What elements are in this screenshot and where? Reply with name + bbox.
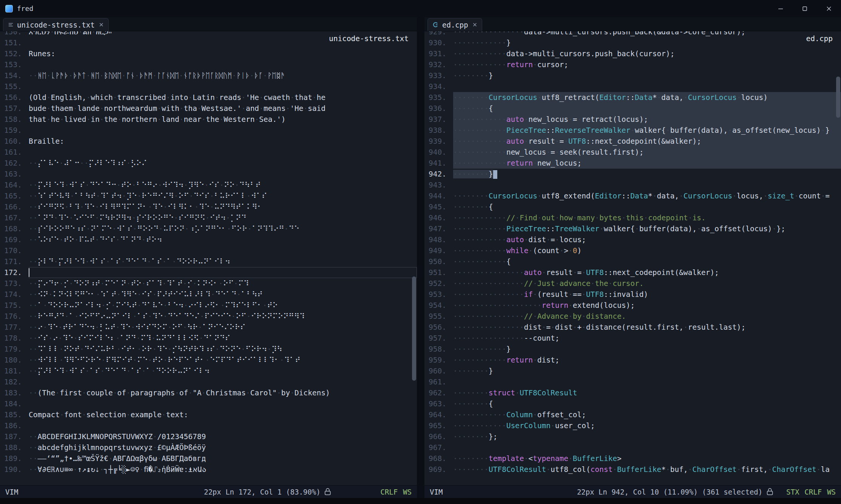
code-line-944[interactable]: 944.········CursorLocus·utf8_extend(Edit… bbox=[424, 191, 841, 201]
tab-close-icon[interactable] bbox=[472, 22, 477, 27]
code-line-965[interactable]: 965.············UserColumn·user_col; bbox=[424, 420, 841, 431]
code-line-179[interactable]: 179.··⠩⠁⠇⠇·⠝⠕⠞·⠙⠊⠌⠥⠗⠃·⠊⠞⠂·⠕⠗·⠹⠑·⡊⠳⠝⠞⠗⠹⠰⠎… bbox=[0, 344, 417, 355]
code-line-154[interactable]: 154.··ᚻᛖ·ᚳᚹᚫᚦ·ᚦᚫᛏ·ᚻᛖ·ᛒᚢᛞᛖ·ᚩᚾ·ᚦᚫᛗ·ᛚᚪᚾᛞᛖ·ᚾ… bbox=[0, 70, 417, 81]
code-line-162[interactable]: 162.··⡌⠁⠧⠑·⠼⠁⠒··⡍⠜⠇⠑⠹⠰⠎·⡣⠕⠌ bbox=[0, 158, 417, 169]
code-line-167[interactable]: 167.··⠁⠝⠙·⠹⠑·⠡⠊⠑⠋·⠍⠳⠗⠝⠻⠲·⡎⠊⠗⠕⠕⠛⠑·⠎⠊⠛⠝⠫·⠊… bbox=[0, 212, 417, 223]
code-line-962[interactable]: 962.········struct·UTF8ColResult bbox=[424, 387, 841, 398]
code-line-949[interactable]: 949.············while·(count·>·0) bbox=[424, 245, 841, 256]
code-line-178[interactable]: 178.··⠊⠎·⠔·⠹⠑·⠎⠊⠍⠊⠇⠑⠆·⠁⠝⠙·⠍⠹·⠥⠝⠙⠁⠇⠇⠪⠫·⠙⠁… bbox=[0, 333, 417, 344]
code-line-947[interactable]: 947.············PieceTree::TreeWalker·wa… bbox=[424, 223, 841, 234]
whitespace-dots: · bbox=[85, 257, 90, 266]
scrollbar[interactable] bbox=[836, 31, 840, 485]
lock-icon[interactable] bbox=[324, 488, 331, 496]
code-line-185[interactable]: 185.Compact·font·selection·example·text: bbox=[0, 409, 417, 420]
code-line-170[interactable]: 170. bbox=[0, 245, 417, 256]
code-line-169[interactable]: 169.··⠡⠕⠎⠑·⠞⠕·⠏⠥⠞·⠙⠊⠎·⠙⠁⠝⠙·⠞⠕⠲ bbox=[0, 234, 417, 245]
code-line-967[interactable]: 967. bbox=[424, 442, 841, 453]
code-line-182[interactable]: 182. bbox=[0, 376, 417, 387]
code-line-960[interactable]: 960.········} bbox=[424, 366, 841, 376]
code-line-964[interactable]: 964.············Column·offset_col; bbox=[424, 409, 841, 420]
code-line-156[interactable]: 156.(Old·English,·which·transcribed·into… bbox=[0, 92, 417, 103]
whitespace-dots: · bbox=[82, 410, 86, 419]
code-line-940[interactable]: 940.············new_locus·=·seek(result.… bbox=[424, 147, 841, 158]
tab-close-icon[interactable] bbox=[99, 22, 104, 27]
code-line-168[interactable]: 168.··⡎⠊⠗⠕⠕⠛⠑⠰⠎·⠝⠁⠍⠑·⠺⠁⠎·⠛⠕⠕⠙·⠥⠏⠕⠝·⠰⡡⠁⠝⠛… bbox=[0, 223, 417, 234]
code-line-931[interactable]: 931.············data->multi_cursors.push… bbox=[424, 48, 841, 59]
code-line-175[interactable]: 175.··⠁·⠙⠕⠕⠗⠤⠝⠁⠊⠇⠲·⡊·⠍⠊⠣⠞·⠙⠁⠧⠑·⠃⠑⠲·⠔⠊⠇⠔⠫… bbox=[0, 300, 417, 311]
code-line-161[interactable]: 161. bbox=[0, 147, 417, 158]
lock-icon[interactable] bbox=[766, 488, 773, 496]
code-line-948[interactable]: 948.············auto·dist·=·locus; bbox=[424, 234, 841, 245]
code-line-152[interactable]: 152.Runes: bbox=[0, 48, 417, 59]
code-line-176[interactable]: 176.··⠗⠑⠛⠜⠙·⠁·⠊⠕⠋⠋⠔⠤⠝⠁⠊⠇·⠁⠎·⠹⠑·⠙⠑⠁⠙⠑⠌·⠏⠊… bbox=[0, 311, 417, 322]
code-line-160[interactable]: 160.Braille: bbox=[0, 136, 417, 147]
code-line-937[interactable]: 937.············auto·new_locus·=·retract… bbox=[424, 114, 841, 125]
code-line-930[interactable]: 930.············} bbox=[424, 37, 841, 48]
code-line-189[interactable]: 189.··–—‘“”„†•…‰™œŠŸž€·ΑΒΓΔΩαβγδω·АБВГДа… bbox=[0, 453, 417, 464]
code-line-157[interactable]: 157.bude·thaem·lande·northweardum·with·t… bbox=[0, 103, 417, 114]
code-line-183[interactable]: 183.··(The·first·couple·of·paragraphs·of… bbox=[0, 387, 417, 398]
code-line-945[interactable]: 945.········{ bbox=[424, 201, 841, 212]
scrollbar-thumb[interactable] bbox=[412, 277, 416, 381]
code-line-934[interactable]: 934. bbox=[424, 81, 841, 92]
tabbar-right: ed.cpp bbox=[424, 17, 841, 31]
code-line-184[interactable]: 184. bbox=[0, 398, 417, 409]
tab-ed-cpp[interactable]: ed.cpp bbox=[427, 18, 482, 31]
code-line-956[interactable]: 956.················dist·=·dist·+·distan… bbox=[424, 322, 841, 333]
code-line-174[interactable]: 174.··⠪⠝·⠅⠝⠪⠇⠫⠛⠑⠂·⠱⠁⠞·⠹⠻⠑·⠊⠎·⠏⠜⠞⠊⠊⠥⠇⠜⠇⠹·… bbox=[0, 289, 417, 300]
scrollbar-thumb[interactable] bbox=[836, 77, 840, 117]
titlebar[interactable]: fred bbox=[0, 0, 841, 17]
minimize-button[interactable] bbox=[769, 0, 793, 17]
code-line-961[interactable]: 961. bbox=[424, 376, 841, 387]
pane-divider[interactable] bbox=[417, 17, 424, 498]
code-line-180[interactable]: 180.··⠺⠊⠇⠇·⠹⠻⠑⠋⠕⠗⠑·⠏⠻⠍⠊⠞·⠍⠑·⠞⠕·⠗⠑⠏⠑⠁⠞⠂·⠑… bbox=[0, 355, 417, 366]
code-line-954[interactable]: 954.····················return·extend(lo… bbox=[424, 300, 841, 311]
editor-ed-cpp[interactable]: 929.················data->multi_cursors.… bbox=[424, 31, 841, 485]
code-line-958[interactable]: 958.············} bbox=[424, 344, 841, 355]
code-line-932[interactable]: 932.············return·cursor; bbox=[424, 59, 841, 70]
code-line-159[interactable]: 159. bbox=[0, 125, 417, 136]
code-line-171[interactable]: 171.··⡕⠇⠙·⡍⠜⠇⠑⠹·⠺⠁⠎·⠁⠎·⠙⠑⠁⠙·⠁⠎·⠁·⠙⠕⠕⠗⠤⠝⠁… bbox=[0, 256, 417, 267]
code-line-938[interactable]: 938.············PieceTree::ReverseTreeWa… bbox=[424, 125, 841, 136]
code-line-172[interactable]: 172. bbox=[0, 267, 417, 278]
scrollbar[interactable] bbox=[412, 31, 416, 485]
code-line-957[interactable]: 957.················--count; bbox=[424, 333, 841, 344]
code-line-946[interactable]: 946.············//·Find·out·how·many·byt… bbox=[424, 212, 841, 223]
code-line-166[interactable]: 166.··⠎⠊⠛⠝⠫·⠃⠹·⠹⠑·⠊⠇⠻⠛⠹⠍⠁⠝⠂·⠹⠑·⠊⠇⠻⠅⠂·⠹⠑·… bbox=[0, 201, 417, 212]
code-line-963[interactable]: 963.········{ bbox=[424, 398, 841, 409]
code-line-951[interactable]: 951.················auto·result·=·UTF8::… bbox=[424, 267, 841, 278]
code-line-942[interactable]: 942.········} bbox=[424, 169, 841, 180]
code-line-933[interactable]: 933.········} bbox=[424, 70, 841, 81]
code-line-959[interactable]: 959.············return·dist; bbox=[424, 355, 841, 366]
editor-unicode-stress[interactable]: 150.እግርህን·በፍራሽህ·ልክ·ዘርጋ።151.152.Runes:153… bbox=[0, 31, 417, 485]
code-line-187[interactable]: 187.··ABCDEFGHIJKLMNOPQRSTUVWXYZ·/012345… bbox=[0, 431, 417, 442]
code-line-941[interactable]: 941.············return·new_locus; bbox=[424, 158, 841, 169]
code-line-153[interactable]: 153. bbox=[0, 59, 417, 70]
code-line-943[interactable]: 943. bbox=[424, 180, 841, 191]
code-line-173[interactable]: 173.··⡍⠔⠙⠖·⡊·⠙⠕⠝⠰⠞·⠍⠑⠁⠝·⠞⠕·⠎⠁⠹·⠹⠁⠞·⡊·⠅⠝⠪… bbox=[0, 278, 417, 289]
code-line-968[interactable]: 968.········template·<typename·BufferLik… bbox=[424, 453, 841, 464]
code-line-177[interactable]: 177.··⠔·⠹⠑·⠞⠗⠁⠙⠑⠲·⡃⠥⠞·⠹⠑·⠺⠊⠎⠙⠕⠍·⠕⠋·⠳⠗·⠁⠝… bbox=[0, 322, 417, 333]
code-line-188[interactable]: 188.··abcdefghijklmnopqrstuvwxyz·£©µÀÆÖÞ… bbox=[0, 442, 417, 453]
code-line-190[interactable]: 190.··∀∂∈ℝ∧∪≡∞·↑↗↨↻⇣·┐┼╔╘░►☺♀·ﬁ�⑀₂ἠḂӥẄɐː… bbox=[0, 464, 417, 475]
code-line-165[interactable]: 165.··⠱⠁⠞⠑⠧⠻·⠁⠃⠳⠞·⠹⠁⠞⠲·⡹⠑·⠗⠑⠛⠊⠌⠻·⠕⠋·⠙⠊⠎·… bbox=[0, 191, 417, 201]
code-line-969[interactable]: 969.········UTF8ColResult·utf8_col(const… bbox=[424, 464, 841, 475]
code-line-939[interactable]: 939.············auto·result·=·UTF8::next… bbox=[424, 136, 841, 147]
code-line-158[interactable]: 158.that·he·lived·in·the·northern·land·n… bbox=[0, 114, 417, 125]
code-line-936[interactable]: 936.········{ bbox=[424, 103, 841, 114]
code-line-950[interactable]: 950.············{ bbox=[424, 256, 841, 267]
code-line-952[interactable]: 952.················//·Just·advance·the·… bbox=[424, 278, 841, 289]
code-line-955[interactable]: 955.················//·Advance·by·distan… bbox=[424, 311, 841, 322]
close-button[interactable] bbox=[817, 0, 841, 17]
tab-unicode-stress-txt[interactable]: unicode-stress.txt bbox=[3, 18, 109, 31]
code-line-935[interactable]: 935.········CursorLocus·utf8_retract(Edi… bbox=[424, 92, 841, 103]
code-line-163[interactable]: 163. bbox=[0, 169, 417, 180]
code-line-186[interactable]: 186. bbox=[0, 420, 417, 431]
code-line-164[interactable]: 164.··⡍⠜⠇⠑⠹·⠺⠁⠎·⠙⠑⠁⠙⠒·⠞⠕·⠃⠑⠛⠔·⠺⠊⠹⠲·⡹⠻⠑·⠊… bbox=[0, 180, 417, 191]
code-line-966[interactable]: 966.········}; bbox=[424, 431, 841, 442]
maximize-button[interactable] bbox=[793, 0, 817, 17]
code-line-953[interactable]: 953.················if·(result·==·UTF8::… bbox=[424, 289, 841, 300]
code-line-181[interactable]: 181.··⡍⠜⠇⠑⠹·⠺⠁⠎·⠁⠎·⠙⠑⠁⠙·⠁⠎·⠁·⠙⠕⠕⠗⠤⠝⠁⠊⠇⠲ bbox=[0, 366, 417, 376]
code-line-155[interactable]: 155. bbox=[0, 81, 417, 92]
code-line-929[interactable]: 929.················data->multi_cursors.… bbox=[424, 31, 841, 37]
